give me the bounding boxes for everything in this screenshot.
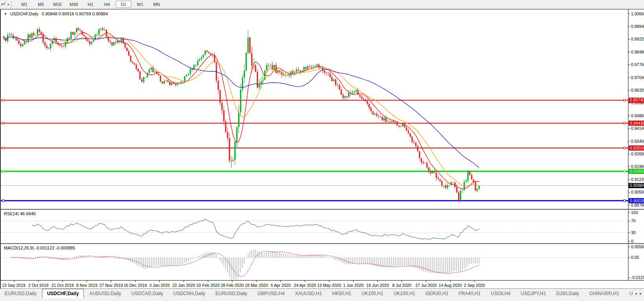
timeframe-toolbar: ▼ M1M5M15M30H1H4D1W1MN — [0, 0, 644, 9]
tab-uk100-h1[interactable]: UK100,H1 — [389, 289, 420, 298]
date-axis: 13 Sep 20192 Oct 201921 Oct 20198 Nov 20… — [1, 280, 644, 289]
tab-usoil-h4[interactable]: USOil,H4 — [486, 289, 515, 298]
date-tick-label: 3 Jan 2020 — [149, 283, 170, 288]
price-tick-label: 0.90500 — [631, 190, 644, 194]
price-tick-label: 0.99940 — [631, 24, 644, 29]
chart-tab-bar: EURUSD,DailyUSDCHF,DailyAUDUSD,DailyUSDC… — [0, 288, 644, 301]
tab-usoil-h1[interactable]: USOil,H1 — [625, 289, 633, 298]
tab-audusd-daily[interactable]: AUDUSD,Daily — [85, 289, 126, 298]
price-tick-label: 0.97760 — [631, 62, 644, 67]
price-tick-label: 0.94140 — [631, 126, 644, 131]
price-badge-label: 0.94436 — [630, 121, 644, 126]
hline-handle-right[interactable] — [624, 200, 626, 202]
tab-hk50-h1[interactable]: HK50,H1 — [328, 289, 356, 298]
price-tick-label: 0.92680 — [631, 151, 644, 156]
hline-handle-left[interactable] — [2, 200, 4, 202]
macd-tick-label: 0.005818 — [631, 244, 644, 249]
macd-tick-label: -0.011514 — [631, 275, 644, 280]
timeframe-button-h1[interactable]: H1 — [83, 1, 98, 8]
chart-tabs: EURUSD,DailyUSDCHF,DailyAUDUSD,DailyUSDC… — [0, 289, 633, 298]
price-tick-label: 0.97040 — [631, 75, 644, 80]
date-tick-label: 27 Jul 2020 — [415, 283, 436, 288]
hline-handle-left[interactable] — [2, 147, 4, 149]
rsi-tick-label: 70 — [631, 218, 636, 223]
tab-usdjpy-h1[interactable]: USDJPY,H1 — [516, 289, 550, 298]
date-tick-label: 28 Feb 2020 — [221, 283, 244, 288]
date-tick-label: 10 Feb 2020 — [197, 283, 220, 288]
timeframe-button-m1[interactable]: M1 — [17, 1, 32, 8]
hline-handle-right[interactable] — [624, 122, 626, 124]
date-tick-label: 1 Jun 2020 — [343, 283, 364, 288]
date-tick-label: 22 Jan 2020 — [173, 283, 195, 288]
collapse-chart-icon[interactable]: ▼ — [4, 12, 7, 16]
tab-fra40-h1[interactable]: FRA40,H1 — [454, 289, 485, 298]
price-chart-canvas[interactable]: 1.006600.999400.992200.984800.977600.970… — [1, 9, 644, 209]
date-tick-label: 18 Mar 2020 — [245, 283, 268, 288]
tab-usdcad-daily[interactable]: USDCAD,Daily — [127, 289, 168, 298]
ma-8-line — [4, 33, 479, 189]
tab-eurusd-daily[interactable]: EURUSD,Daily — [211, 289, 252, 298]
tab-china300-h1[interactable]: CHINA300,H1 — [585, 289, 624, 298]
hline-handle-right[interactable] — [624, 99, 626, 101]
tab-xauusd-h1[interactable]: XAUUSD,H1 — [290, 289, 327, 298]
hline-handle-right[interactable] — [624, 147, 626, 149]
date-tick-label: 19 Jun 2020 — [366, 283, 389, 288]
price-badge-label: 0.90884 — [630, 183, 644, 188]
hline-handle-right[interactable] — [624, 170, 626, 172]
toolbar-grip[interactable] — [11, 1, 15, 7]
date-tick-label: 8 Nov 2019 — [76, 283, 98, 288]
rsi-line — [32, 219, 479, 239]
timeframe-button-mn[interactable]: MN — [149, 1, 164, 8]
timeframe-button-m30[interactable]: M30 — [66, 1, 82, 8]
timeframe-button-m5[interactable]: M5 — [33, 1, 49, 8]
chart-tool-caret-icon[interactable]: ▼ — [7, 3, 10, 6]
rsi-chart-canvas[interactable]: 10070300 — [1, 210, 644, 243]
date-tick-label: 24 Apr 2020 — [294, 283, 316, 288]
date-tick-label: 13 Sep 2019 — [2, 283, 26, 288]
rsi-tick-label: 100 — [631, 210, 638, 214]
date-tick-label: 6 Apr 2020 — [270, 283, 291, 288]
price-tick-label: 0.93400 — [631, 139, 644, 144]
candlesticks — [3, 26, 480, 202]
ma-16-line — [4, 35, 479, 186]
tab-scroll-controls: ◂ ▸ — [633, 289, 644, 298]
timeframe-button-h4[interactable]: H4 — [99, 1, 115, 8]
hline-handle-left[interactable] — [2, 99, 4, 101]
timeframe-button-w1[interactable]: W1 — [132, 1, 148, 8]
tab-uk100-h1[interactable]: UK100,H1 — [357, 289, 388, 298]
rsi-tick-label: 0 — [631, 238, 633, 243]
tab-scroll-left-button[interactable]: ◂ — [635, 292, 637, 295]
tab-usdcnh-daily[interactable]: USDCNH,Daily — [169, 289, 210, 298]
date-tick-label: 16 Dec 2019 — [123, 283, 147, 288]
tab-dj30-daily[interactable]: DJ30,Daily — [552, 289, 584, 298]
timeframe-button-m15[interactable]: M15 — [50, 1, 65, 8]
price-tick-label: 0.98480 — [631, 50, 644, 54]
date-axis-canvas: 13 Sep 20192 Oct 201921 Oct 20198 Nov 20… — [1, 281, 644, 289]
indicator-zigzag-icon — [1, 2, 6, 7]
tab-ger30-h1[interactable]: GER30,H1 — [421, 289, 453, 298]
price-tick-label: 0.91220 — [631, 177, 644, 182]
timeframe-bar: M1M5M15M30H1H4D1W1MN — [16, 1, 165, 8]
tab-gbpusd-h4[interactable]: GBPUSD,H4 — [253, 289, 289, 298]
chart-window: ▼ USDCHF,Daily 0.90848 0.90916 0.90769 0… — [0, 9, 644, 289]
price-tick-label: 0.91960 — [631, 164, 644, 169]
price-tick-label: 1.00660 — [631, 11, 644, 16]
tab-scroll-right-button[interactable]: ▸ — [640, 292, 642, 295]
date-tick-label: 8 Jul 2020 — [392, 283, 412, 288]
macd-chart-canvas[interactable]: 0.0058180.00-0.011514 — [1, 244, 644, 280]
hline-handle-left[interactable] — [2, 170, 4, 172]
macd-label: MACD(12,26,9) -0.001122 -0.000885 — [4, 246, 75, 250]
hline-handle-left[interactable] — [2, 122, 4, 124]
tab-eurusd-daily[interactable]: EURUSD,Daily — [0, 289, 41, 298]
macd-tick-label: 0.00 — [631, 255, 639, 260]
date-tick-label: 2 Sep 2020 — [464, 283, 485, 288]
chart-tool-button[interactable]: ▼ — [0, 0, 10, 8]
date-tick-label: 21 Oct 2019 — [52, 283, 74, 288]
rsi-panel[interactable]: RSI(14) 46.6946 10070300 — [1, 210, 644, 243]
tab-usdchf-daily[interactable]: USDCHF,Daily — [42, 289, 84, 298]
rsi-tick-label: 30 — [631, 230, 636, 235]
timeframe-button-d1[interactable]: D1 — [116, 1, 131, 8]
macd-panel[interactable]: MACD(12,26,9) -0.001122 -0.000885 0.0058… — [1, 244, 644, 280]
price-tick-label: 0.94860 — [631, 113, 644, 118]
price-panel[interactable]: ▼ USDCHF,Daily 0.90848 0.90916 0.90769 0… — [1, 9, 644, 209]
